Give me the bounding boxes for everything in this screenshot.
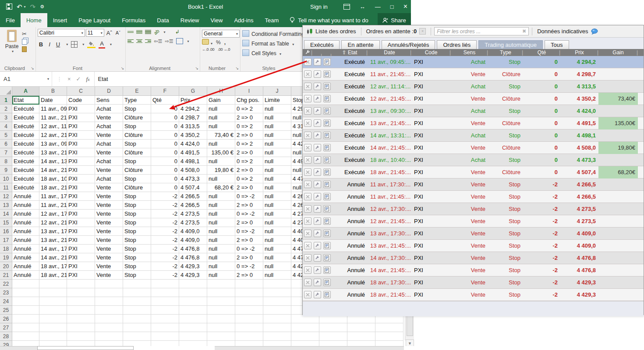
cell-C15[interactable]: PXI bbox=[67, 218, 95, 227]
row-header-3[interactable]: 3 bbox=[0, 113, 12, 122]
cell-B22[interactable] bbox=[39, 280, 67, 288]
row-header-6[interactable]: 6 bbox=[0, 140, 12, 148]
ribbon-tab-page-layout[interactable]: Page Layout bbox=[73, 13, 116, 27]
cell-J2[interactable]: null bbox=[263, 105, 291, 113]
row-header-21[interactable]: 21 bbox=[0, 271, 12, 280]
cell-C16[interactable]: PXI bbox=[67, 227, 95, 236]
order-row-14[interactable]: Annulé12 avr., 21:45:...PXIVenteStop-24 … bbox=[303, 215, 644, 228]
cell-I9[interactable]: 2 => 0 bbox=[235, 166, 263, 175]
cell-E7[interactable]: Clôture bbox=[123, 148, 151, 157]
cancel-order-icon[interactable] bbox=[304, 181, 311, 188]
row-header-26[interactable]: 26 bbox=[0, 315, 12, 323]
cell-N27[interactable] bbox=[375, 323, 403, 332]
cell-C2[interactable]: PXI bbox=[67, 105, 95, 113]
orders-subtab-annul-s-rejet-s[interactable]: Annulés/Rejetés bbox=[382, 40, 435, 49]
modify-order-icon[interactable] bbox=[314, 95, 321, 102]
cell-D4[interactable]: Achat bbox=[95, 122, 123, 131]
percent-style-icon[interactable]: % bbox=[216, 39, 221, 46]
cell-H24[interactable] bbox=[207, 297, 235, 306]
cell-F22[interactable] bbox=[151, 280, 179, 288]
cell-B20[interactable]: 18 avr., 17 bbox=[39, 262, 67, 271]
cell-F15[interactable]: -2 bbox=[151, 218, 179, 227]
cell-E16[interactable]: Stop bbox=[123, 227, 151, 236]
modify-order-icon[interactable] bbox=[314, 144, 321, 151]
cell-B14[interactable]: 12 avr., 17 bbox=[39, 210, 67, 218]
cancel-order-icon[interactable] bbox=[304, 95, 311, 102]
cell-D19[interactable]: Vente bbox=[95, 253, 123, 262]
cell-G25[interactable] bbox=[179, 306, 207, 315]
row-header-28[interactable]: 28 bbox=[0, 332, 12, 341]
order-row-3[interactable]: Exécuté12 avr., 11:14:...PXIAchatStop04 … bbox=[303, 80, 644, 93]
cell-E3[interactable]: Clôture bbox=[123, 113, 151, 122]
cell-I17[interactable]: 2 => 0 bbox=[235, 236, 263, 245]
align-middle-icon[interactable] bbox=[136, 29, 142, 35]
cell-C14[interactable]: PXI bbox=[67, 210, 95, 218]
align-top-icon[interactable] bbox=[127, 30, 134, 34]
row-header-27[interactable]: 27 bbox=[0, 323, 12, 332]
cell-D20[interactable]: Vente bbox=[95, 262, 123, 271]
cell-I14[interactable]: 0 => -2 bbox=[235, 210, 263, 218]
cell-D1[interactable]: Sens bbox=[95, 96, 123, 105]
cell-E24[interactable] bbox=[123, 297, 151, 306]
cell-E13[interactable]: Stop bbox=[123, 201, 151, 210]
cell-I21[interactable]: 2 => 0 bbox=[235, 271, 263, 280]
number-format-select[interactable]: General▾ bbox=[202, 30, 240, 38]
cell-J23[interactable] bbox=[263, 288, 291, 297]
cell-A11[interactable]: Exécuté bbox=[12, 183, 39, 192]
cell-G21[interactable]: 4 429,3 bbox=[179, 271, 207, 280]
row-header-9[interactable]: 9 bbox=[0, 166, 12, 175]
cell-K28[interactable] bbox=[291, 332, 319, 341]
accounting-format-icon[interactable] bbox=[202, 39, 209, 45]
cell-C17[interactable]: PXI bbox=[67, 236, 95, 245]
cell-D10[interactable]: Achat bbox=[95, 175, 123, 183]
cell-J24[interactable] bbox=[263, 297, 291, 306]
cell-G23[interactable] bbox=[179, 288, 207, 297]
insert-function-icon[interactable]: fx bbox=[86, 76, 90, 83]
column-header-I[interactable]: I bbox=[235, 87, 263, 96]
cell-E23[interactable] bbox=[123, 288, 151, 297]
italic-button[interactable]: I bbox=[47, 41, 52, 48]
modify-order-icon[interactable] bbox=[314, 83, 321, 90]
cell-E2[interactable]: Stop bbox=[123, 105, 151, 113]
cell-H11[interactable]: 68,20 € bbox=[207, 183, 235, 192]
cell-E21[interactable]: Stop bbox=[123, 271, 151, 280]
filter-input[interactable]: Filtrer les ordres ... ✖ bbox=[434, 27, 529, 35]
cell-A18[interactable]: Annulé bbox=[12, 245, 39, 253]
alignment-dialog-launcher-icon[interactable]: ↘ bbox=[195, 66, 198, 70]
cell-E18[interactable]: Stop bbox=[123, 245, 151, 253]
cell-B13[interactable]: 11 avr., 21 bbox=[39, 201, 67, 210]
cell-I25[interactable] bbox=[235, 306, 263, 315]
column-header-G[interactable]: G bbox=[179, 87, 207, 96]
cell-H13[interactable]: null bbox=[207, 201, 235, 210]
cell-B17[interactable]: 13 avr., 21 bbox=[39, 236, 67, 245]
cell-D11[interactable]: Vente bbox=[95, 183, 123, 192]
cell-H4[interactable]: null bbox=[207, 122, 235, 131]
full-screen-icon[interactable]: ↔ bbox=[360, 4, 365, 10]
modify-order-icon[interactable] bbox=[314, 193, 321, 200]
cell-J7[interactable]: null bbox=[263, 148, 291, 157]
cancel-order-icon[interactable] bbox=[304, 242, 311, 249]
order-row-7[interactable]: Exécuté14 avr., 13:31:...PXIAchatStop04 … bbox=[303, 130, 644, 142]
cell-E10[interactable]: Stop bbox=[123, 175, 151, 183]
row-header-19[interactable]: 19 bbox=[0, 253, 12, 262]
cell-F3[interactable]: 0 bbox=[151, 113, 179, 122]
cell-A9[interactable]: Exécuté bbox=[12, 166, 39, 175]
ribbon-tab-file[interactable]: File bbox=[0, 13, 21, 27]
cell-J11[interactable]: null bbox=[263, 183, 291, 192]
cell-M28[interactable] bbox=[347, 332, 375, 341]
borders-icon[interactable] bbox=[71, 41, 78, 48]
ribbon-tab-team[interactable]: Team bbox=[259, 13, 284, 27]
align-bottom-icon[interactable] bbox=[145, 29, 151, 35]
cell-G9[interactable]: 4 508,0 bbox=[179, 166, 207, 175]
cell-B1[interactable]: Date bbox=[39, 96, 67, 105]
ribbon-tab-add-ins[interactable]: Add-ins bbox=[228, 13, 259, 27]
cell-I18[interactable]: 0 => -2 bbox=[235, 245, 263, 253]
increase-decimal-icon[interactable]: ←.0 .00 bbox=[202, 47, 214, 52]
cell-G2[interactable]: 4 294,2 bbox=[179, 105, 207, 113]
cell-I22[interactable] bbox=[235, 280, 263, 288]
cell-I10[interactable]: 0 => 2 bbox=[235, 175, 263, 183]
order-details-icon[interactable] bbox=[323, 279, 331, 286]
underline-button[interactable]: U bbox=[55, 41, 61, 48]
name-box[interactable]: A1 ▾ bbox=[0, 72, 52, 86]
cell-D12[interactable]: Vente bbox=[95, 192, 123, 201]
